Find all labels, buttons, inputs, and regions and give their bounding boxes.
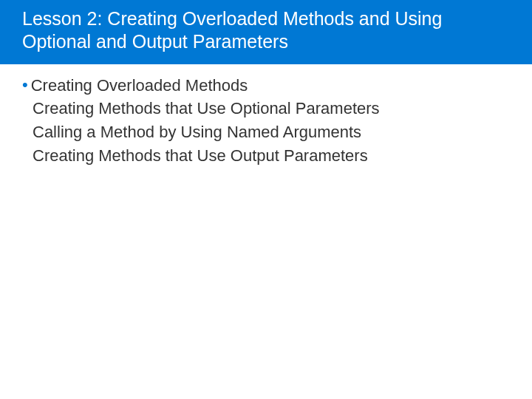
list-item-text: Creating Methods that Use Optional Param… xyxy=(33,98,510,120)
list-item-text: Calling a Method by Using Named Argument… xyxy=(33,121,510,143)
bullet-icon: • xyxy=(22,75,28,96)
slide-header: Lesson 2: Creating Overloaded Methods an… xyxy=(0,0,532,64)
slide-title: Lesson 2: Creating Overloaded Methods an… xyxy=(22,7,510,54)
list-item-text: Creating Methods that Use Output Paramet… xyxy=(33,145,510,167)
list-item: • Creating Overloaded Methods xyxy=(22,75,510,97)
slide-content: • Creating Overloaded Methods Creating M… xyxy=(0,64,532,179)
list-item-text: Creating Overloaded Methods xyxy=(31,75,248,97)
